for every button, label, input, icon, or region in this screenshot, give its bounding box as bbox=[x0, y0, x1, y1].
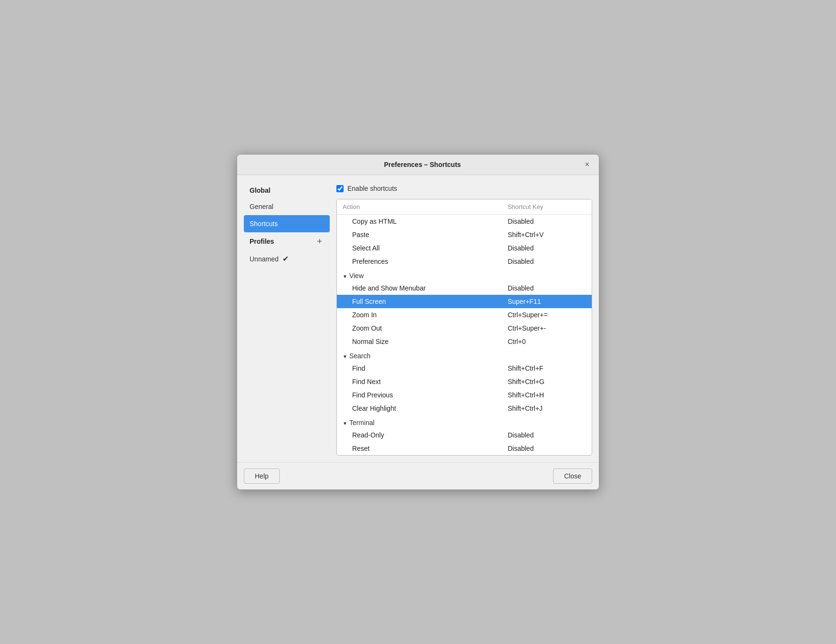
group-row-cell: ▼Search bbox=[337, 348, 592, 362]
sidebar-profile-unnamed[interactable]: Unnamed ✔ bbox=[244, 249, 330, 268]
chevron-icon: ▼ bbox=[343, 274, 347, 279]
table-row[interactable]: ▼Search bbox=[337, 348, 592, 362]
table-row[interactable]: FindShift+Ctrl+F bbox=[337, 362, 592, 375]
shortcut-cell: Disabled bbox=[502, 281, 592, 295]
sidebar-item-shortcuts-label: Shortcuts bbox=[250, 220, 278, 228]
shortcut-cell: Shift+Ctrl+F bbox=[502, 362, 592, 375]
action-cell: Clear Highlight bbox=[337, 402, 502, 415]
table-header-row: Action Shortcut Key bbox=[337, 199, 592, 215]
table-row[interactable]: PasteShift+Ctrl+V bbox=[337, 228, 592, 241]
table-row[interactable]: Find PreviousShift+Ctrl+H bbox=[337, 388, 592, 402]
shortcuts-table: Action Shortcut Key Copy as HTMLDisabled… bbox=[337, 199, 592, 455]
add-profile-button[interactable]: + bbox=[315, 237, 324, 246]
action-cell: Find Next bbox=[337, 375, 502, 388]
shortcut-cell: Disabled bbox=[502, 442, 592, 455]
main-panel: Enable shortcuts Action Shortcut Key Cop… bbox=[336, 182, 592, 456]
table-row[interactable]: Copy as HTMLDisabled bbox=[337, 215, 592, 229]
action-cell: Hide and Show Menubar bbox=[337, 281, 502, 295]
table-row[interactable]: Full ScreenSuper+F11 bbox=[337, 295, 592, 308]
action-cell: Zoom Out bbox=[337, 322, 502, 335]
enable-shortcuts-checkbox[interactable] bbox=[336, 185, 344, 192]
table-row[interactable]: Select AllDisabled bbox=[337, 241, 592, 255]
titlebar: Preferences – Shortcuts × bbox=[237, 155, 599, 175]
profile-name-label: Unnamed bbox=[250, 255, 279, 263]
shortcut-cell: Disabled bbox=[502, 241, 592, 255]
table-row[interactable]: ▼Terminal bbox=[337, 415, 592, 428]
shortcut-cell: Ctrl+0 bbox=[502, 335, 592, 348]
window-title: Preferences – Shortcuts bbox=[263, 161, 582, 168]
col-shortcut-header: Shortcut Key bbox=[502, 199, 592, 215]
shortcut-cell: Disabled bbox=[502, 255, 592, 268]
action-cell: Preferences bbox=[337, 255, 502, 268]
action-cell: Paste bbox=[337, 228, 502, 241]
shortcut-cell: Shift+Ctrl+J bbox=[502, 402, 592, 415]
table-row[interactable]: Read-OnlyDisabled bbox=[337, 428, 592, 442]
sidebar-global-label: Global bbox=[244, 182, 330, 198]
table-row[interactable]: Zoom InCtrl+Super+= bbox=[337, 308, 592, 322]
sidebar-item-general[interactable]: General bbox=[244, 198, 330, 215]
shortcut-cell: Disabled bbox=[502, 215, 592, 229]
profile-check-icon: ✔ bbox=[282, 254, 289, 263]
shortcut-cell: Disabled bbox=[502, 428, 592, 442]
shortcut-cell: Shift+Ctrl+H bbox=[502, 388, 592, 402]
close-window-button[interactable]: × bbox=[582, 159, 592, 170]
shortcut-cell: Ctrl+Super+= bbox=[502, 308, 592, 322]
action-cell: Select All bbox=[337, 241, 502, 255]
sidebar-item-shortcuts[interactable]: Shortcuts bbox=[244, 215, 330, 232]
group-row-cell: ▼View bbox=[337, 268, 592, 281]
help-button[interactable]: Help bbox=[244, 468, 280, 484]
sidebar-item-general-label: General bbox=[250, 203, 273, 210]
chevron-icon: ▼ bbox=[343, 421, 347, 426]
enable-shortcuts-row: Enable shortcuts bbox=[336, 182, 592, 194]
shortcuts-table-container: Action Shortcut Key Copy as HTMLDisabled… bbox=[336, 199, 592, 456]
sidebar: Global General Shortcuts Profiles + Unna… bbox=[244, 182, 330, 456]
action-cell: Full Screen bbox=[337, 295, 502, 308]
shortcut-cell: Shift+Ctrl+V bbox=[502, 228, 592, 241]
footer: Help Close bbox=[237, 462, 599, 489]
table-row[interactable]: Zoom OutCtrl+Super+- bbox=[337, 322, 592, 335]
shortcut-cell: Super+F11 bbox=[502, 295, 592, 308]
close-button[interactable]: Close bbox=[553, 468, 592, 484]
chevron-icon: ▼ bbox=[343, 354, 347, 359]
action-cell: Read-Only bbox=[337, 428, 502, 442]
main-content: Global General Shortcuts Profiles + Unna… bbox=[237, 175, 599, 462]
table-row[interactable]: Find NextShift+Ctrl+G bbox=[337, 375, 592, 388]
table-row[interactable]: ▼View bbox=[337, 268, 592, 281]
table-row[interactable]: Hide and Show MenubarDisabled bbox=[337, 281, 592, 295]
sidebar-profiles-header: Profiles + bbox=[244, 232, 330, 249]
enable-shortcuts-label: Enable shortcuts bbox=[347, 185, 397, 192]
table-row[interactable]: Clear HighlightShift+Ctrl+J bbox=[337, 402, 592, 415]
col-action-header: Action bbox=[337, 199, 502, 215]
action-cell: Find bbox=[337, 362, 502, 375]
group-row-cell: ▼Terminal bbox=[337, 415, 592, 428]
action-cell: Copy as HTML bbox=[337, 215, 502, 229]
action-cell: Zoom In bbox=[337, 308, 502, 322]
shortcut-cell: Shift+Ctrl+G bbox=[502, 375, 592, 388]
action-cell: Reset bbox=[337, 442, 502, 455]
table-row[interactable]: Normal SizeCtrl+0 bbox=[337, 335, 592, 348]
sidebar-profiles-label: Profiles bbox=[250, 238, 274, 245]
table-row[interactable]: ResetDisabled bbox=[337, 442, 592, 455]
table-row[interactable]: PreferencesDisabled bbox=[337, 255, 592, 268]
preferences-window: Preferences – Shortcuts × Global General… bbox=[237, 154, 599, 490]
action-cell: Find Previous bbox=[337, 388, 502, 402]
shortcut-cell: Ctrl+Super+- bbox=[502, 322, 592, 335]
action-cell: Normal Size bbox=[337, 335, 502, 348]
